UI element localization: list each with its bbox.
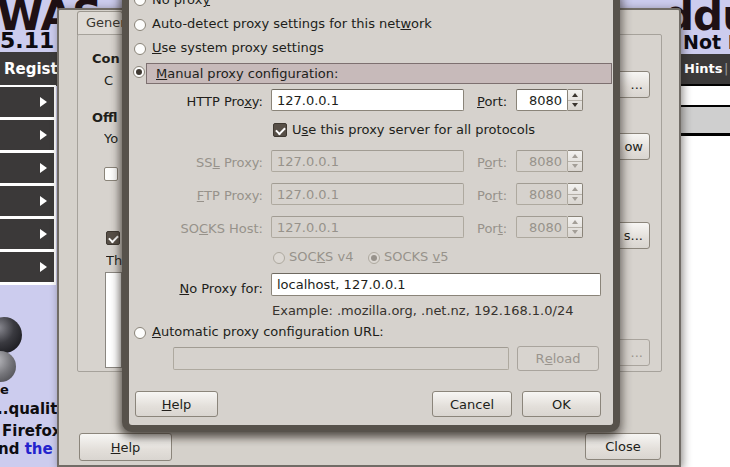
socks-port-input	[516, 216, 568, 238]
connection-settings-dialog: No proxy Auto-detect proxy settings for …	[122, 0, 620, 432]
arrow-right-icon	[40, 163, 47, 173]
spin-up-icon[interactable]	[572, 93, 578, 97]
spin-up-icon	[572, 220, 578, 224]
ftp-port-label: Port:	[477, 188, 507, 203]
ftp-port-stepper	[568, 183, 583, 205]
socks-v4-label: SOCKS v4	[289, 249, 353, 264]
no-proxy-radio[interactable]	[134, 0, 146, 6]
options-close-button[interactable]: Close	[585, 433, 661, 460]
sidebar-nav-button[interactable]	[0, 186, 54, 216]
all-protocols-label: Use this proxy server for all protocols	[292, 122, 535, 137]
ok-button[interactable]: OK	[522, 391, 601, 417]
settings-button[interactable]: ...	[616, 71, 650, 98]
sidebar-nav	[0, 85, 56, 285]
http-proxy-label: HTTP Proxy:	[139, 94, 263, 109]
sidebar-nav-button[interactable]	[0, 153, 54, 183]
socks-v5-label: SOCKS v5	[384, 249, 448, 264]
register-bar: Register	[0, 52, 57, 86]
page-version-text: 5.11	[0, 28, 54, 53]
manual-proxy-highlight: Manual proxy configuration:	[146, 63, 612, 84]
hints-separator: |	[718, 61, 728, 76]
sidebar-nav-button[interactable]	[0, 252, 54, 282]
page-content-area	[680, 136, 730, 467]
tab-general[interactable]: Gener	[77, 11, 123, 35]
socks-v4-radio	[273, 252, 285, 264]
no-proxy-for-label: No Proxy for:	[139, 281, 263, 296]
spin-down-icon	[572, 164, 578, 168]
no-proxy-example-text: Example: .mozilla.org, .net.nz, 192.168.…	[272, 303, 573, 318]
arrow-right-icon	[40, 196, 47, 206]
auto-url-input	[173, 347, 509, 370]
reload-button: Reload	[517, 346, 599, 371]
table-row	[680, 86, 730, 105]
sidebar-nav-button[interactable]	[0, 87, 54, 117]
http-port-input[interactable]	[516, 89, 568, 111]
spin-down-icon[interactable]	[572, 103, 578, 107]
offline-notify-checkbox[interactable]	[104, 167, 118, 181]
screen: WAS 5.11 Register e ..qualit Firefox nd …	[0, 0, 730, 467]
no-proxy-for-input[interactable]	[271, 273, 601, 296]
ssl-port-input	[516, 150, 568, 172]
cancel-button[interactable]: Cancel	[432, 391, 512, 417]
ftp-proxy-input	[271, 183, 464, 205]
page-right-column: Not L Hints|	[680, 0, 730, 467]
all-protocols-checkbox[interactable]	[273, 123, 287, 137]
auto-url-radio[interactable]	[134, 327, 146, 339]
connection-description: C	[104, 73, 122, 88]
offline-data-checkbox[interactable]	[106, 231, 120, 245]
clear-now-button[interactable]: ow	[616, 133, 650, 160]
socks-port-stepper	[568, 216, 583, 238]
socks-host-input	[271, 216, 464, 238]
system-proxy-label: Use system proxy settings	[152, 40, 324, 55]
globe-shadow-image	[0, 351, 16, 382]
http-port-label: Port:	[477, 94, 507, 109]
sidebar-nav-button[interactable]	[0, 219, 54, 249]
auto-url-label: Automatic proxy configuration URL:	[152, 324, 384, 339]
socks-v5-radio	[368, 252, 380, 264]
arrow-right-icon	[40, 97, 47, 107]
arrow-right-icon	[40, 130, 47, 140]
sidebar-nav-button[interactable]	[0, 120, 54, 150]
globe-image	[0, 317, 22, 353]
no-proxy-label: No proxy	[152, 0, 210, 7]
manual-proxy-radio[interactable]	[133, 66, 145, 78]
manual-proxy-label: Manual proxy configuration:	[156, 66, 338, 81]
ftp-proxy-label: FTP Proxy:	[139, 188, 263, 203]
proxy-help-button[interactable]: Help	[135, 391, 218, 417]
ssl-port-label: Port:	[477, 155, 507, 170]
offline-websites-list[interactable]	[105, 272, 122, 368]
socks-host-label: SOCKS Host:	[139, 221, 263, 236]
ftp-port-input	[516, 183, 568, 205]
hints-link[interactable]: Hints	[684, 61, 723, 76]
spin-up-icon	[572, 154, 578, 158]
auto-detect-label: Auto-detect proxy settings for this netw…	[152, 16, 432, 31]
spin-down-icon	[572, 197, 578, 201]
system-proxy-radio[interactable]	[134, 43, 146, 55]
page-text-fragment: nd the	[0, 440, 53, 458]
page-text-fragment: e	[0, 382, 9, 397]
arrow-right-icon	[40, 229, 47, 239]
http-port-stepper[interactable]	[568, 89, 583, 111]
page-text-fragment: Firefox	[2, 422, 61, 440]
offline-description: Yo	[104, 131, 122, 146]
arrow-right-icon	[40, 262, 47, 272]
http-proxy-input[interactable]	[271, 89, 464, 111]
socks-port-label: Port:	[477, 221, 507, 236]
table-row	[680, 107, 730, 133]
remove-button: ...	[616, 339, 650, 366]
ssl-port-stepper	[568, 150, 583, 172]
page-text-fragment: nd	[0, 440, 25, 458]
hints-bar: Hints|	[680, 54, 730, 84]
spin-down-icon	[572, 230, 578, 234]
page-text-fragment: ..qualit	[0, 400, 57, 418]
page-link[interactable]: the	[25, 440, 53, 458]
ssl-proxy-input	[271, 150, 464, 172]
ssl-proxy-label: SSL Proxy:	[139, 155, 263, 170]
spin-up-icon	[572, 187, 578, 191]
auto-detect-radio[interactable]	[134, 19, 146, 31]
options-help-button[interactable]: Help	[79, 433, 172, 461]
exceptions-button[interactable]: s...	[616, 222, 650, 249]
